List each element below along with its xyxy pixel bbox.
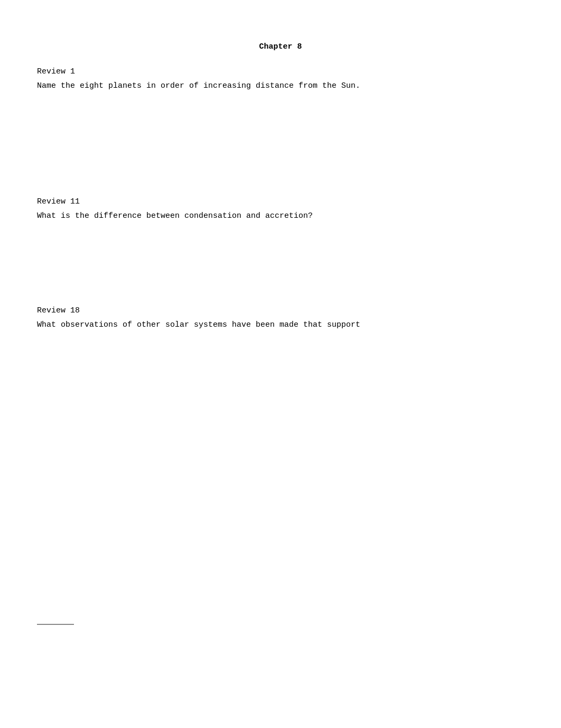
review-label-1: Review 1 [37, 67, 524, 76]
chapter-title: Chapter 8 [37, 42, 524, 51]
review-label-11: Review 11 [37, 197, 524, 206]
review-block-11: Review 11 What is the difference between… [37, 197, 524, 222]
review-text-1: Name the eight planets in order of incre… [37, 80, 524, 91]
page: Chapter 8 Review 1 Name the eight planet… [0, 0, 561, 728]
review-text-11: What is the difference between condensat… [37, 210, 524, 222]
review-text-18: What observations of other solar systems… [37, 319, 524, 330]
review-block-1: Review 1 Name the eight planets in order… [37, 67, 524, 91]
footnote-divider [37, 624, 74, 625]
review-label-18: Review 18 [37, 306, 524, 315]
review-block-18: Review 18 What observations of other sol… [37, 306, 524, 330]
